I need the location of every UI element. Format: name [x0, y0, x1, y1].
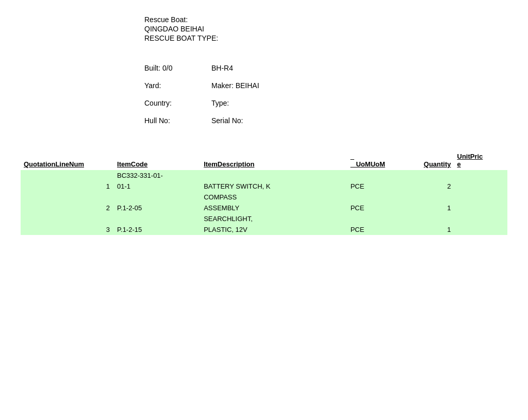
cell-unitprice [454, 181, 508, 192]
cell-quantity: 2 [401, 181, 454, 192]
table-row: SEARCHLIGHT, [21, 213, 507, 224]
cell-unitprice [454, 203, 508, 213]
table-header-row: QuotationLineNum ItemCode ItemDescriptio… [21, 150, 507, 170]
rescue-boat-label: Rescue Boat: [144, 15, 507, 24]
cell-linenum: 2 [21, 203, 114, 213]
cell-itemcode [114, 213, 201, 224]
cell-description: SEARCHLIGHT, [201, 213, 347, 224]
type-value: Type: [211, 99, 507, 107]
table-row: 2P.1-2-05ASSEMBLYPCE1 [21, 203, 507, 213]
cell-linenum: 3 [21, 224, 114, 235]
cell-linenum [21, 192, 114, 203]
cell-uom [348, 213, 401, 224]
cell-quantity [401, 213, 454, 224]
cell-description: COMPASS [201, 192, 347, 203]
cell-uom: PCE [348, 203, 401, 213]
cell-uom: PCE [348, 181, 401, 192]
header-info: Rescue Boat: QINGDAO BEIHAI RESCUE BOAT … [144, 15, 507, 43]
cell-uom [348, 192, 401, 203]
col-header-quantity: Quantity [401, 150, 454, 170]
cell-itemcode [114, 192, 201, 203]
quotation-table: QuotationLineNum ItemCode ItemDescriptio… [21, 150, 507, 235]
cell-itemcode: 01-1 [114, 181, 201, 192]
cell-description [201, 170, 347, 181]
col-header-description: ItemDescription [201, 150, 347, 170]
cell-description: PLASTIC, 12V [201, 224, 347, 235]
manufacturer-name: QINGDAO BEIHAI [144, 25, 507, 33]
cell-unitprice [454, 224, 508, 235]
cell-unitprice [454, 170, 508, 181]
boat-type-label: RESCUE BOAT TYPE: [144, 34, 507, 42]
maker-value: Maker: BEIHAI [211, 81, 507, 90]
cell-itemcode: P.1-2-05 [114, 203, 201, 213]
cell-itemcode: P.1-2-15 [114, 224, 201, 235]
col-header-unitprice: UnitPrice [454, 150, 508, 170]
col-header-uom: __ UoMUoM [348, 150, 401, 170]
cell-linenum: 1 [21, 181, 114, 192]
cell-uom [348, 170, 401, 181]
country-label: Country: [144, 99, 211, 107]
cell-linenum [21, 213, 114, 224]
boat-type-value: BH-R4 [211, 64, 507, 72]
cell-quantity [401, 170, 454, 181]
cell-unitprice [454, 192, 508, 203]
yard-label: Yard: [144, 81, 211, 90]
col-header-itemcode: ItemCode [114, 150, 201, 170]
cell-description: BATTERY SWITCH, K [201, 181, 347, 192]
table-row: COMPASS [21, 192, 507, 203]
table-row: BC332-331-01- [21, 170, 507, 181]
cell-quantity: 1 [401, 224, 454, 235]
cell-itemcode: BC332-331-01- [114, 170, 201, 181]
table-row: 101-1BATTERY SWITCH, KPCE2 [21, 181, 507, 192]
cell-quantity [401, 192, 454, 203]
cell-unitprice [454, 213, 508, 224]
hull-label: Hull No: [144, 116, 211, 125]
table-body: BC332-331-01-101-1BATTERY SWITCH, KPCE2C… [21, 170, 507, 235]
cell-linenum [21, 170, 114, 181]
info-grid: Built: 0/0 BH-R4 Yard: Maker: BEIHAI Cou… [21, 64, 507, 125]
header-section: Rescue Boat: QINGDAO BEIHAI RESCUE BOAT … [21, 15, 507, 43]
cell-description: ASSEMBLY [201, 203, 347, 213]
built-label: Built: 0/0 [144, 64, 211, 72]
col-header-linenum: QuotationLineNum [21, 150, 114, 170]
cell-quantity: 1 [401, 203, 454, 213]
serial-value: Serial No: [211, 116, 507, 125]
cell-uom: PCE [348, 224, 401, 235]
table-row: 3P.1-2-15PLASTIC, 12VPCE1 [21, 224, 507, 235]
table-section: QuotationLineNum ItemCode ItemDescriptio… [21, 150, 507, 235]
